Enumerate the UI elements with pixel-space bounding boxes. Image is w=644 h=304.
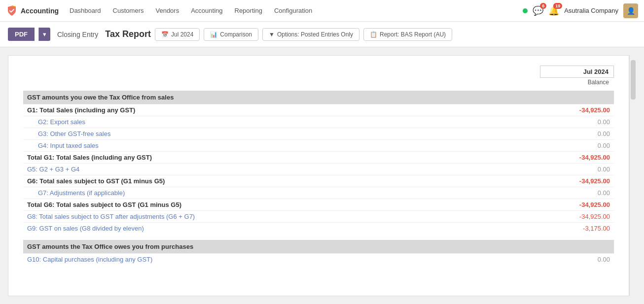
row-g2: G2: Export sales 0.00 (23, 116, 614, 128)
avatar[interactable]: 👤 (623, 3, 638, 18)
row-g8: G8: Total sales subject to GST after adj… (23, 211, 614, 223)
g10-label[interactable]: G10: Capital purchases (including any GS… (23, 254, 545, 266)
messages-count: 6 (540, 3, 546, 9)
status-indicator (523, 8, 528, 13)
comparison-button[interactable]: 📊 Comparison (204, 28, 258, 41)
nav-item-customers[interactable]: Customers (108, 5, 149, 16)
g4-label[interactable]: G4: Input taxed sales (23, 140, 545, 152)
brand-icon (6, 5, 18, 17)
g7-label[interactable]: G7: Adjustments (if applicable) (23, 187, 545, 199)
section2-header-amount (545, 240, 614, 254)
report-header: Jul 2024 Balance (23, 66, 614, 87)
row-total-g6: Total G6: Total sales subject to GST (G1… (23, 199, 614, 211)
nav-item-dashboard[interactable]: Dashboard (65, 5, 106, 16)
g10-amount: 0.00 (545, 254, 614, 266)
comparison-label: Comparison (220, 31, 252, 38)
nav-item-reporting[interactable]: Reporting (230, 5, 267, 16)
scrollbar-track[interactable] (629, 55, 636, 296)
main-content: Jul 2024 Balance GST amounts you owe the… (0, 47, 644, 304)
report-button[interactable]: 📋 Report: BAS Report (AU) (363, 28, 452, 41)
closing-entry-label: Closing Entry (54, 31, 101, 38)
brand-name: Accounting (21, 7, 59, 15)
filter-icon: ▼ (269, 31, 275, 38)
g9-amount: -3,175.00 (545, 223, 614, 235)
report-container: Jul 2024 Balance GST amounts you owe the… (8, 55, 629, 296)
options-button[interactable]: ▼ Options: Posted Entries Only (262, 28, 359, 41)
total-g6-label: Total G6: Total sales subject to GST (G1… (23, 199, 545, 211)
date-label: Jul 2024 (171, 31, 193, 38)
pdf-button[interactable]: PDF (8, 28, 35, 41)
total-g1-amount: -34,925.00 (545, 152, 614, 164)
row-g7: G7: Adjustments (if applicable) 0.00 (23, 187, 614, 199)
g4-amount: 0.00 (545, 140, 614, 152)
row-g4: G4: Input taxed sales 0.00 (23, 140, 614, 152)
nav-item-configuration[interactable]: Configuration (269, 5, 317, 16)
toolbar: PDF ▾ Closing Entry Tax Report 📅 Jul 202… (0, 22, 644, 47)
page-title: Tax Report (105, 29, 151, 39)
g2-amount: 0.00 (545, 116, 614, 128)
company-name: Asutralia Company (564, 7, 618, 14)
scrollbar-thumb[interactable] (631, 60, 636, 100)
g8-amount: -34,925.00 (545, 211, 614, 223)
balance-label: Balance (540, 78, 614, 87)
g5-label[interactable]: G5: G2 + G3 + G4 (23, 164, 545, 175)
g7-amount: 0.00 (545, 187, 614, 199)
g2-label[interactable]: G2: Export sales (23, 116, 545, 128)
date-filter-button[interactable]: 📅 Jul 2024 (155, 28, 200, 41)
brand[interactable]: Accounting (6, 5, 59, 17)
period-label: Jul 2024 (540, 66, 614, 78)
row-g3: G3: Other GST-free sales 0.00 (23, 128, 614, 140)
g5-amount: 0.00 (545, 164, 614, 175)
g8-label[interactable]: G8: Total sales subject to GST after adj… (23, 211, 545, 223)
messages-badge[interactable]: 💬 6 (533, 5, 543, 16)
nav-right: 💬 6 🔔 19 Asutralia Company 👤 (523, 3, 638, 18)
row-g9: G9: GST on sales (G8 divided by eleven) … (23, 223, 614, 235)
spacer-row (23, 234, 614, 240)
report-table: GST amounts you owe the Tax Office from … (23, 91, 614, 265)
notifications-count: 19 (553, 3, 562, 9)
section1-header-amount (545, 91, 614, 104)
g9-label[interactable]: G9: GST on sales (G8 divided by eleven) (23, 223, 545, 235)
g6-amount: -34,925.00 (545, 175, 614, 187)
row-g5: G5: G2 + G3 + G4 0.00 (23, 164, 614, 175)
section2-header-label: GST amounts the Tax Office owes you from… (23, 240, 545, 254)
row-g1: G1: Total Sales (including any GST) -34,… (23, 104, 614, 116)
navbar: Accounting Dashboard Customers Vendors A… (0, 0, 644, 22)
g1-label: G1: Total Sales (including any GST) (23, 104, 545, 116)
total-g1-label: Total G1: Total Sales (including any GST… (23, 152, 545, 164)
notifications-badge[interactable]: 🔔 19 (548, 5, 559, 16)
row-total-g1: Total G1: Total Sales (including any GST… (23, 152, 614, 164)
options-label: Options: Posted Entries Only (277, 31, 353, 38)
report-icon: 📋 (370, 31, 377, 38)
section2-header: GST amounts the Tax Office owes you from… (23, 240, 614, 254)
section1-header: GST amounts you owe the Tax Office from … (23, 91, 614, 104)
g3-label[interactable]: G3: Other GST-free sales (23, 128, 545, 140)
row-g10: G10: Capital purchases (including any GS… (23, 254, 614, 266)
g3-amount: 0.00 (545, 128, 614, 140)
pdf-dropdown-button[interactable]: ▾ (38, 28, 50, 41)
total-g6-amount: -34,925.00 (545, 199, 614, 211)
chart-icon: 📊 (210, 31, 217, 38)
calendar-icon: 📅 (161, 31, 169, 38)
g6-label: G6: Total sales subject to GST (G1 minus… (23, 175, 545, 187)
row-g6: G6: Total sales subject to GST (G1 minus… (23, 175, 614, 187)
nav-item-vendors[interactable]: Vendors (150, 5, 184, 16)
report-label: Report: BAS Report (AU) (380, 31, 446, 38)
period-header: Jul 2024 Balance (540, 66, 614, 87)
section1-header-label: GST amounts you owe the Tax Office from … (23, 91, 545, 104)
g1-amount: -34,925.00 (545, 104, 614, 116)
nav-item-accounting[interactable]: Accounting (186, 5, 227, 16)
